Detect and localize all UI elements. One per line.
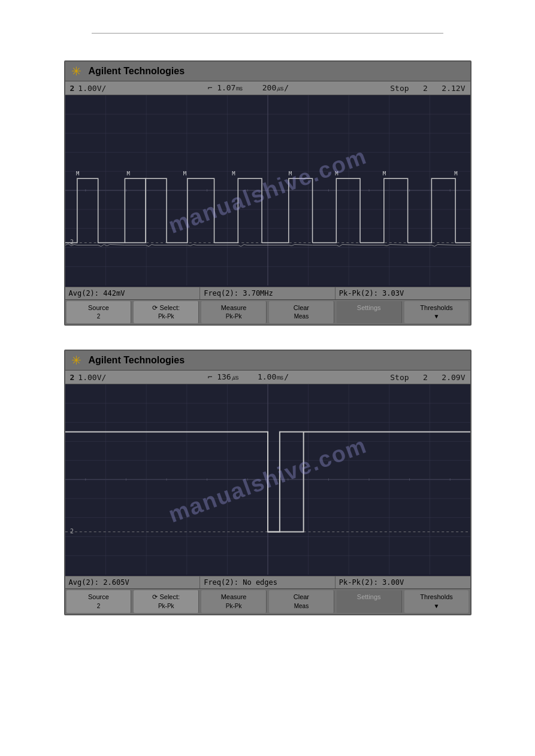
osc2-btn-measure-val: Pk-Pk xyxy=(204,602,264,611)
agilent-logo-2: ✳ xyxy=(71,353,81,368)
svg-text:M: M xyxy=(75,171,78,177)
osc2-btn-clear-label: Clear xyxy=(294,593,309,600)
osc2-btn-thresholds-label: Thresholds xyxy=(420,593,452,600)
osc1-title: Agilent Technologies xyxy=(89,66,185,77)
osc2-meas-avg: Avg(2): 2.605V xyxy=(65,576,201,588)
top-divider xyxy=(92,33,443,34)
osc2-measurements: Avg(2): 2.605V Freq(2): No edges Pk-Pk(2… xyxy=(65,576,470,588)
osc1-btn-settings-label: Settings xyxy=(357,304,381,311)
osc2-volts: 1.00V/ xyxy=(78,373,106,382)
osc1-btn-thresholds-icon: ▼ xyxy=(407,312,467,321)
osc1-btn-settings: Settings xyxy=(337,301,402,323)
oscilloscope-1: ✳ Agilent Technologies 2 1.00V/ ⌐ 1.07㎳ … xyxy=(64,60,471,326)
svg-text:M: M xyxy=(288,171,291,177)
osc2-time-div: 1.00㎳/ xyxy=(258,372,289,381)
svg-text:M: M xyxy=(335,171,338,177)
osc2-btn-source[interactable]: Source 2 xyxy=(67,590,132,612)
osc1-btn-clear-val: Meas xyxy=(271,312,331,321)
osc2-channel: 2 xyxy=(70,373,75,382)
osc1-info-left: 2 1.00V/ xyxy=(70,84,107,93)
osc1-btn-clear-label: Clear xyxy=(294,304,309,311)
osc1-btn-select-val: Pk-Pk xyxy=(136,312,196,321)
osc2-btn-select[interactable]: ⟳ Select: Pk-Pk xyxy=(134,590,199,612)
osc2-btn-settings-label: Settings xyxy=(357,593,381,600)
osc2-btn-measure[interactable]: Measure Pk-Pk xyxy=(201,590,267,612)
svg-text:2: 2 xyxy=(69,528,73,535)
osc1-time-div: 200㎲/ xyxy=(262,83,289,92)
osc2-header: ✳ Agilent Technologies xyxy=(65,351,470,371)
osc1-buttons: Source 2 ⟳ Select: Pk-Pk Measure Pk-Pk C… xyxy=(65,299,470,324)
osc1-btn-settings-val xyxy=(339,312,399,321)
osc1-btn-source-label: Source xyxy=(88,304,109,311)
osc2-grid: 2 xyxy=(65,384,470,575)
osc1-trig-ch: 2 xyxy=(423,84,428,93)
osc2-meas-pkpk: Pk-Pk(2): 3.00V xyxy=(335,576,470,588)
osc1-meas-pkpk: Pk-Pk(2): 3.03V xyxy=(335,287,470,299)
osc1-btn-measure-label: Measure xyxy=(221,304,247,311)
osc1-btn-select[interactable]: ⟳ Select: Pk-Pk xyxy=(134,301,199,323)
agilent-logo-1: ✳ xyxy=(71,64,81,78)
osc2-btn-thresholds[interactable]: Thresholds ▼ xyxy=(404,590,469,612)
osc2-title: Agilent Technologies xyxy=(89,355,185,366)
osc1-header: ✳ Agilent Technologies xyxy=(65,62,470,81)
osc1-btn-thresholds-label: Thresholds xyxy=(420,304,452,311)
osc1-info-center: ⌐ 1.07㎳ 200㎲/ xyxy=(207,83,289,93)
osc1-screen: 2 xyxy=(65,95,470,287)
osc1-trig-level: 2.12V xyxy=(442,84,465,93)
osc2-screen: 2 xyxy=(65,384,470,576)
osc1-btn-thresholds[interactable]: Thresholds ▼ xyxy=(404,301,469,323)
osc1-time-pos: 1.07㎳ xyxy=(217,83,243,92)
oscilloscope-2: ✳ Agilent Technologies 2 1.00V/ ⌐ 136㎲ 1… xyxy=(64,350,471,615)
osc2-stop: Stop xyxy=(390,373,409,382)
svg-text:M: M xyxy=(382,171,385,177)
osc2-info-bar: 2 1.00V/ ⌐ 136㎲ 1.00㎳/ Stop 2 2.09V xyxy=(65,371,470,384)
osc1-btn-measure[interactable]: Measure Pk-Pk xyxy=(201,301,267,323)
osc2-btn-select-label: ⟳ Select: xyxy=(152,593,180,600)
osc1-volts: 1.00V/ xyxy=(78,84,106,93)
osc2-btn-clear-val: Meas xyxy=(271,602,331,611)
osc1-meas-freq: Freq(2): 3.70MHz xyxy=(200,287,335,299)
osc1-channel: 2 xyxy=(70,84,75,93)
osc2-trig-ch: 2 xyxy=(423,373,428,382)
osc2-btn-settings: Settings xyxy=(337,590,402,612)
osc1-btn-source-val: 2 xyxy=(69,312,129,321)
osc1-info-right: Stop 2 2.12V xyxy=(390,84,465,93)
svg-text:M: M xyxy=(126,171,129,177)
osc2-btn-measure-label: Measure xyxy=(221,593,247,600)
osc1-trigger-icon: ⌐ xyxy=(207,83,212,92)
osc2-info-right: Stop 2 2.09V xyxy=(390,373,465,382)
osc1-info-bar: 2 1.00V/ ⌐ 1.07㎳ 200㎲/ Stop 2 2.12V xyxy=(65,81,470,95)
osc2-btn-source-label: Source xyxy=(88,593,109,600)
svg-text:M: M xyxy=(232,171,235,177)
osc2-btn-clear[interactable]: Clear Meas xyxy=(269,590,334,612)
osc1-btn-source[interactable]: Source 2 xyxy=(67,301,132,323)
osc2-trigger-icon: ⌐ xyxy=(207,372,212,381)
svg-text:M: M xyxy=(183,171,186,177)
osc1-btn-select-label: ⟳ Select: xyxy=(152,304,180,311)
osc1-measurements: Avg(2): 442mV Freq(2): 3.70MHz Pk-Pk(2):… xyxy=(65,287,470,299)
osc2-info-left: 2 1.00V/ xyxy=(70,373,107,382)
osc2-time-pos: 136㎲ xyxy=(217,372,238,381)
osc1-meas-avg: Avg(2): 442mV xyxy=(65,287,201,299)
osc2-btn-select-val: Pk-Pk xyxy=(136,602,196,611)
osc1-btn-clear[interactable]: Clear Meas xyxy=(269,301,334,323)
osc2-meas-freq: Freq(2): No edges xyxy=(200,576,335,588)
svg-text:2: 2 xyxy=(69,239,73,245)
osc2-btn-source-val: 2 xyxy=(69,602,129,611)
osc2-trig-level: 2.09V xyxy=(442,373,465,382)
osc1-stop: Stop xyxy=(390,84,409,93)
page-container: ✳ Agilent Technologies 2 1.00V/ ⌐ 1.07㎳ … xyxy=(12,12,523,633)
osc1-grid: 2 xyxy=(65,95,470,286)
osc2-btn-settings-val xyxy=(339,602,399,611)
osc2-info-center: ⌐ 136㎲ 1.00㎳/ xyxy=(207,372,289,382)
svg-text:M: M xyxy=(454,171,457,177)
osc1-btn-measure-val: Pk-Pk xyxy=(204,312,264,321)
osc2-btn-thresholds-icon: ▼ xyxy=(407,602,467,611)
osc2-buttons: Source 2 ⟳ Select: Pk-Pk Measure Pk-Pk C… xyxy=(65,588,470,614)
